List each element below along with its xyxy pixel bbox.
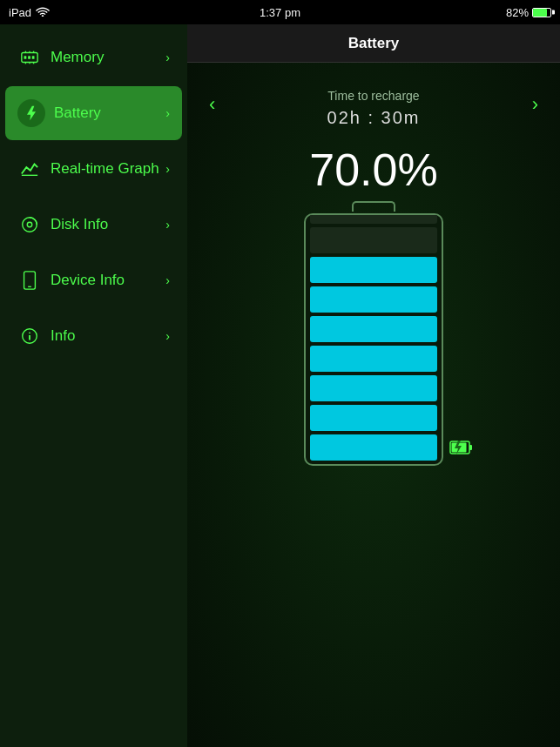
svg-point-19	[29, 332, 30, 333]
svg-point-14	[27, 222, 32, 227]
segment-9	[310, 434, 437, 461]
segment-8	[310, 405, 437, 431]
sidebar-item-battery[interactable]: Battery ›	[5, 86, 182, 140]
device-label: iPad	[9, 6, 31, 19]
battery-visual	[300, 213, 448, 474]
svg-marker-11	[27, 106, 36, 121]
sidebar-item-realtimegraph[interactable]: Real-time Graph ›	[5, 142, 182, 196]
svg-point-0	[42, 15, 44, 17]
next-arrow[interactable]: ›	[523, 89, 547, 120]
status-right: 82%	[506, 6, 551, 19]
segment-4	[310, 286, 437, 313]
status-bar: iPad 1:37 pm 82%	[0, 0, 560, 24]
svg-rect-4	[32, 56, 35, 59]
segment-3	[310, 257, 437, 283]
sidebar-info-label: Info	[51, 327, 165, 345]
segment-2	[310, 227, 437, 253]
svg-rect-3	[28, 56, 30, 59]
status-battery-icon	[532, 8, 551, 17]
status-left: iPad	[9, 6, 50, 19]
memory-icon	[17, 45, 42, 70]
content-title: Battery	[348, 35, 400, 52]
sidebar-item-info[interactable]: Info ›	[5, 309, 182, 363]
battery-content: ‹ › Time to recharge 02h : 30m 70.0%	[187, 63, 560, 747]
battery-segments	[306, 213, 442, 464]
battery-sidebar-icon	[17, 99, 45, 127]
battery-nub	[352, 201, 395, 212]
prev-arrow[interactable]: ‹	[200, 89, 224, 120]
svg-rect-21	[469, 445, 472, 450]
battery-outer	[304, 213, 443, 466]
sidebar-battery-label: Battery	[54, 104, 165, 122]
sidebar: Memory › Battery › Real-time Graph ›	[0, 24, 187, 747]
status-time: 1:37 pm	[260, 6, 300, 19]
segment-7	[310, 375, 437, 401]
sidebar-device-label: Device Info	[51, 272, 165, 289]
charging-indicator	[449, 439, 474, 461]
segment-5	[310, 316, 437, 342]
sidebar-disk-label: Disk Info	[51, 216, 165, 233]
sidebar-item-deviceinfo[interactable]: Device Info ›	[5, 253, 182, 307]
graph-chevron-icon: ›	[165, 162, 170, 176]
content-header: Battery	[187, 24, 560, 63]
info-icon	[17, 324, 42, 348]
wifi-icon	[36, 6, 50, 19]
nav-arrows: ‹ ›	[187, 89, 560, 120]
disk-chevron-icon: ›	[165, 218, 170, 232]
graph-icon	[17, 157, 42, 181]
segment-1	[310, 213, 437, 224]
memory-chevron-icon: ›	[165, 50, 170, 64]
sidebar-item-memory[interactable]: Memory ›	[5, 30, 182, 84]
content-area: Battery ‹ › Time to recharge 02h : 30m 7…	[187, 24, 560, 747]
info-chevron-icon: ›	[165, 329, 170, 343]
sidebar-memory-label: Memory	[51, 49, 165, 66]
device-icon	[17, 268, 42, 293]
disk-icon	[17, 212, 42, 237]
battery-percent-label: 82%	[506, 6, 529, 19]
main-container: Memory › Battery › Real-time Graph ›	[0, 24, 560, 747]
device-chevron-icon: ›	[165, 273, 170, 287]
sidebar-graph-label: Real-time Graph	[51, 160, 165, 178]
svg-rect-2	[24, 56, 27, 59]
segment-6	[310, 346, 437, 372]
sidebar-item-diskinfo[interactable]: Disk Info ›	[5, 198, 182, 252]
battery-percentage: 70.0%	[309, 144, 437, 196]
battery-chevron-icon: ›	[165, 106, 170, 120]
